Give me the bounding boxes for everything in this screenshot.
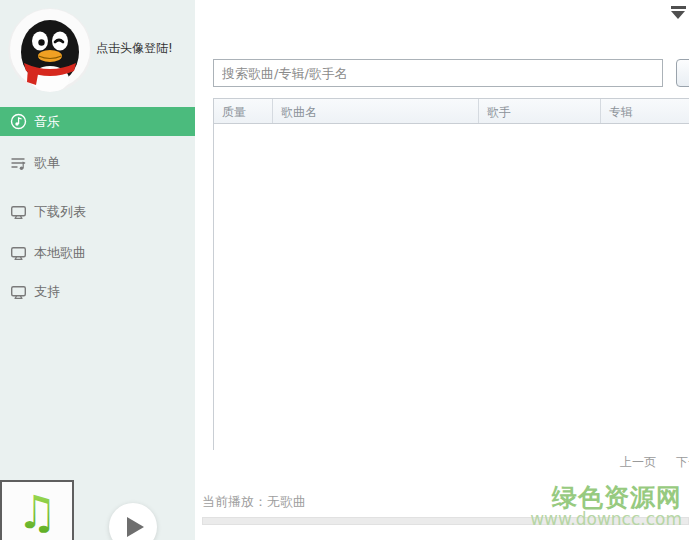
sidebar-item-music[interactable]: 音乐 bbox=[0, 107, 195, 136]
watermark-site-url: www.downcc.com bbox=[530, 511, 682, 529]
next-page-link[interactable]: 下一页 bbox=[676, 454, 689, 471]
watermark: 绿色资源网 www.downcc.com bbox=[530, 485, 682, 529]
window-menu-button[interactable] bbox=[670, 6, 686, 19]
collapse-arrow-icon bbox=[671, 11, 685, 19]
prev-page-link[interactable]: 上一页 bbox=[620, 454, 656, 471]
music-circle-icon bbox=[10, 113, 27, 130]
monitor-icon bbox=[10, 284, 27, 301]
sidebar-item-playlist[interactable]: 歌单 bbox=[0, 148, 195, 178]
sidebar-item-label: 下载列表 bbox=[34, 203, 86, 221]
song-table-body bbox=[214, 124, 689, 450]
play-button[interactable] bbox=[109, 503, 157, 540]
collapse-arrow-icon bbox=[671, 6, 686, 9]
song-table-header: 质量 歌曲名 歌手 专辑 bbox=[214, 99, 689, 124]
song-table: 质量 歌曲名 歌手 专辑 bbox=[213, 98, 689, 450]
playlist-icon bbox=[10, 155, 27, 172]
main-panel: 质量 歌曲名 歌手 专辑 上一页 下一页 当前播放：无歌曲 绿色资源网 www.… bbox=[195, 0, 689, 540]
column-header-album[interactable]: 专辑 bbox=[601, 99, 689, 123]
now-playing-status: 当前播放：无歌曲 bbox=[202, 493, 306, 511]
app-window: 点击头像登陆! 音乐 歌单 下载列表 bbox=[0, 0, 689, 540]
album-art-placeholder: ♫ bbox=[0, 480, 74, 540]
play-icon bbox=[127, 517, 144, 537]
watermark-site-name: 绿色资源网 bbox=[530, 485, 682, 511]
sidebar-item-label: 音乐 bbox=[34, 113, 60, 131]
qq-penguin-avatar[interactable] bbox=[8, 8, 92, 92]
music-note-icon: ♫ bbox=[9, 482, 65, 540]
column-header-artist[interactable]: 歌手 bbox=[479, 99, 601, 123]
sidebar-item-label: 支持 bbox=[34, 283, 60, 301]
sidebar-item-label: 本地歌曲 bbox=[34, 244, 86, 262]
sidebar-item-local-songs[interactable]: 本地歌曲 bbox=[0, 238, 195, 268]
search-input[interactable] bbox=[213, 59, 663, 87]
sidebar-item-support[interactable]: 支持 bbox=[0, 277, 195, 307]
sidebar-item-download-list[interactable]: 下载列表 bbox=[0, 197, 195, 227]
monitor-icon bbox=[10, 245, 27, 262]
monitor-icon bbox=[10, 204, 27, 221]
sidebar-item-label: 歌单 bbox=[34, 154, 60, 172]
column-header-song[interactable]: 歌曲名 bbox=[273, 99, 479, 123]
column-header-quality[interactable]: 质量 bbox=[214, 99, 273, 123]
sidebar: 点击头像登陆! 音乐 歌单 下载列表 bbox=[0, 0, 195, 540]
search-button[interactable] bbox=[676, 59, 689, 87]
login-prompt: 点击头像登陆! bbox=[96, 40, 173, 57]
svg-text:♫: ♫ bbox=[16, 485, 57, 539]
